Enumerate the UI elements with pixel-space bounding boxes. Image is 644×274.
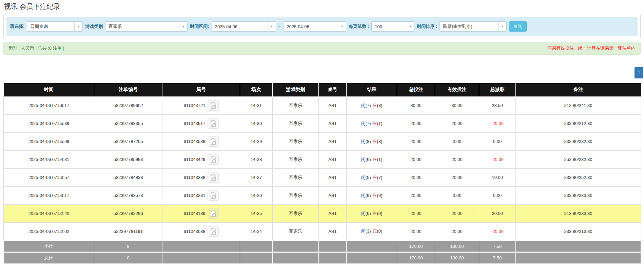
video-replay-button[interactable] <box>208 208 219 219</box>
cell-total-bet[interactable]: 20.00 <box>397 168 435 186</box>
cell-valid-bet: 20.00 <box>435 168 479 186</box>
total-total-bet: 170.00 <box>397 252 435 263</box>
header-session: 场次 <box>240 83 273 96</box>
player-result-score: (6) <box>366 157 371 162</box>
cell-valid-bet: 20.00 <box>435 222 479 240</box>
header-round-id: 局号 <box>162 83 240 96</box>
round-id-text: 611043038 <box>183 229 205 234</box>
video-replay-button[interactable] <box>208 154 219 165</box>
table-row: 2025-04-06 07:53:17 522397783573 6110432… <box>4 186 641 204</box>
cell-payout: -20.00 <box>479 150 516 168</box>
page-size-select[interactable]: 100 ▼ <box>371 21 414 32</box>
cell-game-type: 百家乐 <box>273 114 319 132</box>
bet-records-table: 时间 注单编号 局号 场次 游戏类别 桌号 结果 总投注 有效投注 总派彩 备注… <box>3 83 641 264</box>
cell-remark: 252.80/232.80 <box>516 150 641 168</box>
banker-result-score: (0) <box>377 211 383 216</box>
table-row: 2025-04-06 07:54:31 522397785993 6110434… <box>4 150 641 168</box>
banker-result-label: 庄 <box>373 121 377 126</box>
sort-order-select[interactable]: 降幂(由大到小) ▼ <box>440 21 507 32</box>
player-result-score: (6) <box>366 211 371 216</box>
banker-result-label: 庄 <box>373 157 377 162</box>
cell-payout: 19.00 <box>479 168 516 186</box>
player-result-label: 闲 <box>361 139 366 144</box>
cell-round-id: 611043617 <box>162 114 240 132</box>
cell-total-bet[interactable]: 20.00 <box>397 114 435 132</box>
video-replay-button[interactable] <box>208 190 219 201</box>
banker-result-score: (8) <box>377 103 383 108</box>
cell-time: 2025-04-06 07:53:17 <box>4 186 94 204</box>
cell-bet-id: 522397784838 <box>94 168 162 186</box>
cell-table-no: AS1 <box>319 150 347 168</box>
cell-time: 2025-04-06 07:53:57 <box>4 168 94 186</box>
video-replay-button[interactable] <box>208 100 219 111</box>
cell-payout: -20.00 <box>479 222 516 240</box>
video-replay-button[interactable] <box>208 118 219 129</box>
cell-valid-bet: 30.00 <box>435 96 479 114</box>
cell-total-bet[interactable]: 20.00 <box>397 186 435 204</box>
chevron-down-icon[interactable]: ▼ <box>498 22 506 31</box>
cell-bet-id: 522397785993 <box>94 150 162 168</box>
video-replay-button[interactable] <box>208 172 219 183</box>
cell-time: 2025-04-06 07:54:31 <box>4 150 94 168</box>
game-type-select[interactable]: 百家乐 ▼ <box>105 21 188 32</box>
cell-bet-id: 522397782296 <box>94 204 162 222</box>
chevron-down-icon[interactable]: ▼ <box>268 22 276 31</box>
cell-table-no: AS1 <box>319 186 347 204</box>
video-file-icon <box>210 192 216 199</box>
time-range-label: 时间区间: <box>190 23 209 30</box>
cell-round-id: 611043429 <box>162 150 240 168</box>
subtotal-total-bet: 170.00 <box>397 240 435 252</box>
cell-total-bet[interactable]: 30.00 <box>397 96 435 114</box>
cell-bet-id: 522397781191 <box>94 222 162 240</box>
date-from-value: 2025-04-06 <box>212 22 268 31</box>
cell-total-bet[interactable]: 20.00 <box>397 150 435 168</box>
currency-total-text: 币别 : 人民币 | 总共 :8 注单 | <box>8 45 64 51</box>
video-replay-button[interactable] <box>208 226 219 237</box>
search-button[interactable]: 查询 <box>509 21 527 32</box>
player-result-label: 闲 <box>361 193 366 198</box>
cell-bet-id: 522397787255 <box>94 132 162 150</box>
cell-total-bet[interactable]: 20.00 <box>397 132 435 150</box>
cell-table-no: AS1 <box>319 114 347 132</box>
banker-result-label: 庄 <box>373 139 377 144</box>
cell-valid-bet: 0.00 <box>435 132 479 150</box>
cell-remark: 233.80/252.80 <box>516 168 641 186</box>
cell-table-no: AS1 <box>319 96 347 114</box>
banker-result-label: 庄 <box>373 229 377 234</box>
chevron-down-icon[interactable]: ▼ <box>338 22 346 31</box>
cell-payout: 0.00 <box>479 132 516 150</box>
player-result-label: 闲 <box>361 121 366 126</box>
game-type-value: 百家乐 <box>105 22 179 31</box>
cell-total-bet[interactable]: 20.00 <box>397 222 435 240</box>
cell-game-type: 百家乐 <box>273 186 319 204</box>
round-id-text: 611043617 <box>183 121 205 126</box>
cell-session: 14-27 <box>240 168 273 186</box>
cell-table-no: AS1 <box>319 222 347 240</box>
table-row: 2025-04-06 07:56:17 522397789602 6110437… <box>4 96 641 114</box>
chevron-down-icon[interactable]: ▼ <box>179 22 187 31</box>
cell-round-id: 611043539 <box>162 132 240 150</box>
video-file-icon <box>210 174 216 181</box>
chevron-down-icon[interactable]: ▼ <box>74 22 82 31</box>
query-type-select[interactable]: 日期查询 ▼ <box>27 21 83 32</box>
cell-payout: 28.50 <box>479 96 516 114</box>
cell-total-bet[interactable]: 20.00 <box>397 204 435 222</box>
date-from-select[interactable]: 2025-04-06 ▼ <box>212 21 276 32</box>
cell-remark: 232.80/232.80 <box>516 132 641 150</box>
total-row: 总计 8 170.00 130.00 7.50 <box>4 252 641 263</box>
date-to-select[interactable]: 2025-04-06 ▼ <box>283 21 346 32</box>
game-type-label: 游戏类别 <box>85 23 103 30</box>
cell-round-id: 611043231 <box>162 186 240 204</box>
video-replay-button[interactable] <box>208 136 219 147</box>
range-separator: ~ <box>278 24 281 29</box>
filter-panel: 请选择: 日期查询 ▼ 游戏类别 百家乐 ▼ 时间区间: 2025-04-06 … <box>3 14 641 39</box>
player-result-score: (9) <box>366 193 371 198</box>
player-result-label: 闲 <box>361 103 366 108</box>
player-result-label: 闲 <box>361 157 366 162</box>
cell-round-id: 611043139 <box>162 204 240 222</box>
chevron-down-icon[interactable]: ▼ <box>406 22 414 31</box>
header-bet-id: 注单编号 <box>94 83 162 96</box>
cell-session: 14-30 <box>240 114 273 132</box>
page-1-button[interactable]: 1 <box>635 67 643 78</box>
cell-remark: 213.80/233.80 <box>516 204 641 222</box>
